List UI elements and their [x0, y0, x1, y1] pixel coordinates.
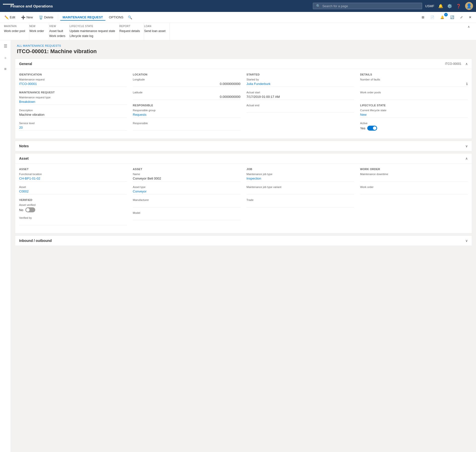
cmd-search-icon[interactable]: 🔍 [128, 15, 132, 19]
notes-section-header[interactable]: Notes ∨ [15, 141, 472, 151]
started-by-value[interactable]: Julia Funderburk [247, 81, 354, 87]
notes-section: Notes ∨ [15, 141, 472, 151]
main-layout: ☰ ⬦ ≡ ALL MAINTENANCE REQUESTS ITCO-0000… [0, 40, 476, 452]
settings-icon[interactable]: ⚙️ [447, 4, 452, 8]
downtime-sublabel: Maintenance downtime [360, 173, 468, 176]
responsible-group-value[interactable]: Requests [133, 112, 241, 118]
work-order-sublabel: Work order [360, 186, 468, 188]
job-type-value[interactable]: Inspection [247, 176, 354, 182]
general-section-body: IDENTIFICATION Maintenance request ITCO-… [15, 69, 472, 139]
pools-value [360, 94, 468, 100]
general-col1: IDENTIFICATION Maintenance request ITCO-… [19, 73, 127, 135]
asset-col2-label: ASSET [133, 168, 241, 171]
maintenance-request-sublabel: Maintenance request [19, 78, 127, 81]
sidebar-left: ☰ ⬦ ≡ [0, 40, 11, 452]
func-loc-value[interactable]: CH-BP1-01-02 [19, 176, 127, 182]
edit-button[interactable]: ✏️ Edit [2, 14, 18, 21]
general-section: General ITCO-00001 ∧ IDENTIFICATION Main… [15, 59, 472, 139]
actual-start-group: Actual start 7/17/2019 01:00:17 AM [247, 91, 354, 100]
general-form-grid: IDENTIFICATION Maintenance request ITCO-… [19, 73, 468, 135]
ribbon-item-send-loan[interactable]: Send loan asset [144, 29, 165, 33]
asset-section: Asset ∧ ASSET Functional location CH-BP1… [15, 153, 472, 233]
notes-collapse-icon[interactable]: ∨ [465, 144, 468, 148]
service-level-value[interactable]: 20 [19, 125, 127, 131]
close-icon: ✕ [469, 15, 472, 19]
pools-sublabel: Work order pools [360, 91, 468, 94]
app-grid-icon[interactable] [3, 4, 7, 8]
actual-start-sublabel: Actual start [247, 91, 354, 94]
responsible-label: RESPONSIBLE [133, 104, 241, 107]
view-icon-button[interactable]: ⊞ [419, 14, 427, 21]
location-label: LOCATION [133, 73, 241, 76]
ribbon-group-view: VIEW Asset fault Work orders [49, 23, 70, 40]
general-section-header[interactable]: General ITCO-00001 ∧ [15, 59, 472, 69]
page-content: ALL MAINTENANCE REQUESTS ITCO-00001: Mac… [11, 40, 476, 452]
ribbon-item-request-details[interactable]: Request details [119, 29, 140, 33]
ribbon-item-update-state[interactable]: Update maintenance request state [70, 29, 115, 33]
asset-collapse-icon[interactable]: ∧ [465, 156, 468, 160]
close-button[interactable]: ✕ [466, 14, 474, 21]
delete-button[interactable]: 🗑️ Delete [36, 14, 56, 21]
open-new-icon: ⤢ [460, 15, 463, 19]
open-new-window-button[interactable]: ⤢ [458, 14, 465, 21]
responsible-group: RESPONSIBLE Responsible group Requests [133, 104, 241, 118]
maint-type-value[interactable]: Breakdown [19, 99, 127, 105]
active-toggle-label: Yes [360, 126, 365, 130]
responsible2-value [133, 125, 241, 131]
started-by-sublabel: Started by [247, 78, 354, 81]
asset-type-sublabel: Asset type [133, 186, 241, 188]
longitude-value: 0.0000000000 [133, 81, 241, 87]
ribbon-item-work-order[interactable]: Work order [29, 29, 45, 33]
ribbon-label-new: NEW [29, 25, 45, 28]
ribbon-label-report: REPORT [119, 25, 140, 28]
notification-badge: 0 [444, 13, 448, 16]
asset-verified-toggle-label: No [19, 208, 23, 212]
verified-label: VERIFIED [19, 198, 127, 201]
notifications-icon: 🔔 [440, 15, 444, 19]
current-state-value[interactable]: New [360, 112, 468, 118]
asset-verified-toggle[interactable] [25, 207, 35, 212]
ribbon-item-state-log[interactable]: Lifecycle state log [70, 34, 115, 38]
asset-section-header[interactable]: Asset ∧ [15, 153, 472, 164]
office-icon-button[interactable]: 📄 [428, 14, 437, 21]
longitude-sublabel: Longitude [133, 78, 241, 81]
ribbon-item-asset-fault[interactable]: Asset fault [49, 29, 65, 33]
ribbon-group-new: NEW Work order [29, 23, 49, 40]
job-variant-sublabel: Maintenance job type variant [247, 186, 354, 188]
asset-col1: ASSET Functional location CH-BP1-01-02 A… [19, 168, 127, 229]
inbound-collapse-icon[interactable]: ∨ [465, 239, 468, 243]
refresh-icon: 🔄 [450, 15, 454, 19]
search-input[interactable] [322, 4, 419, 8]
search-box[interactable]: 🔍 [313, 3, 422, 9]
new-button[interactable]: ➕ New [19, 14, 35, 21]
refresh-button[interactable]: 🔄 [448, 14, 457, 21]
sidebar-hamburger-icon[interactable]: ☰ [2, 42, 9, 50]
responsible2-sublabel: Responsible [133, 122, 241, 125]
notifications-button[interactable]: 🔔 0 [438, 14, 447, 21]
latitude-group: Latitude 0.0000000000 [133, 91, 241, 100]
ribbon-collapse-button[interactable]: ∧ [466, 23, 472, 40]
tab-options[interactable]: OPTIONS [107, 14, 126, 21]
job-col-label: JOB [247, 168, 354, 171]
inbound-section: Inbound / outbound ∨ [15, 235, 472, 246]
inbound-section-header[interactable]: Inbound / outbound ∨ [15, 236, 472, 246]
ribbon-item-work-order-pool[interactable]: Work order pool [4, 29, 25, 33]
user-avatar[interactable]: 👤 [465, 2, 473, 10]
general-collapse-icon[interactable]: ∧ [465, 62, 468, 66]
actual-end-value [247, 107, 354, 113]
started-label: STARTED [247, 73, 354, 76]
ribbon-item-work-orders[interactable]: Work orders [49, 34, 65, 38]
tab-maintenance-request[interactable]: MAINTENANCE REQUEST [60, 14, 106, 21]
help-icon[interactable]: ❓ [456, 4, 461, 8]
active-toggle[interactable] [367, 126, 377, 131]
manufacturer-group: Manufacturer [133, 198, 241, 207]
sidebar-filter-icon[interactable]: ⬦ [3, 54, 8, 61]
breadcrumb[interactable]: ALL MAINTENANCE REQUESTS [11, 40, 476, 48]
bell-icon[interactable]: 🔔 [438, 4, 443, 8]
ribbon-label-maintain: MAINTAIN [4, 25, 25, 28]
service-level-group: Service level 20 [19, 122, 127, 131]
sidebar-list-icon[interactable]: ≡ [3, 65, 8, 73]
maintenance-request-id[interactable]: ITCO-00001 [19, 81, 127, 87]
asset-id-value[interactable]: C0002 [19, 189, 127, 194]
asset-type-value[interactable]: Conveyor [133, 189, 241, 194]
